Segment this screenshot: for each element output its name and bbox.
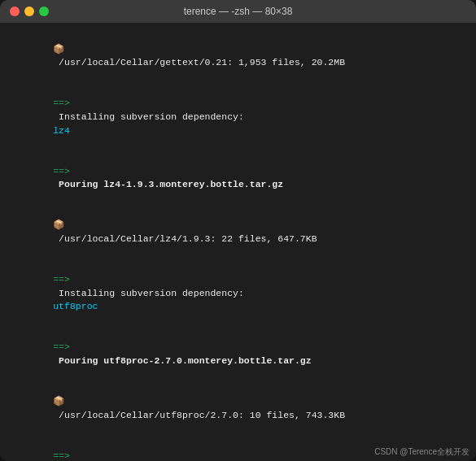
- arrow-icon: ==>: [53, 274, 70, 285]
- window-title: terence — -zsh — 80×38: [184, 6, 293, 17]
- minimize-button[interactable]: [24, 7, 34, 16]
- titlebar: terence — -zsh — 80×38: [0, 0, 476, 23]
- line-text: /usr/local/Cellar/gettext/0.21: 1,953 fi…: [53, 57, 345, 67]
- line-text: Installing subversion dependency:: [53, 111, 250, 122]
- line-text: /usr/local/Cellar/lz4/1.9.3: 22 files, 6…: [53, 233, 317, 244]
- traffic-lights: [10, 7, 49, 16]
- package-icon: 📦: [53, 220, 64, 230]
- terminal-line: ==> Installing subversion dependency: ut…: [8, 259, 468, 327]
- line-text: Pouring utf8proc-2.7.0.monterey.bottle.t…: [53, 355, 311, 366]
- arrow-icon: ==>: [53, 98, 70, 108]
- terminal-line: 📦 /usr/local/Cellar/gettext/0.21: 1,953 …: [8, 29, 468, 84]
- terminal-line: 📦 /usr/local/Cellar/utf8proc/2.7.0: 10 f…: [8, 381, 468, 436]
- close-button[interactable]: [10, 7, 20, 16]
- terminal-line: ==> Installing subversion dependency: lz…: [8, 84, 468, 151]
- line-text: Pouring lz4-1.9.3.monterey.bottle.tar.gz: [53, 179, 283, 189]
- terminal-line: ==> Pouring lz4-1.9.3.monterey.bottle.ta…: [8, 151, 468, 206]
- line-text: /usr/local/Cellar/utf8proc/2.7.0: 10 fil…: [53, 410, 345, 420]
- terminal-wrapper: 📦 /usr/local/Cellar/gettext/0.21: 1,953 …: [0, 23, 476, 461]
- watermark: CSDN @Terence全栈开发: [374, 446, 469, 458]
- terminal-window: terence — -zsh — 80×38 📦 /usr/local/Cell…: [0, 0, 476, 461]
- highlight-text: utf8proc: [53, 301, 98, 311]
- arrow-icon: ==>: [53, 450, 70, 461]
- arrow-icon: ==>: [53, 166, 70, 176]
- arrow-icon: ==>: [53, 341, 70, 352]
- terminal-line: ==> Pouring utf8proc-2.7.0.monterey.bott…: [8, 328, 468, 382]
- terminal-line: 📦 /usr/local/Cellar/lz4/1.9.3: 22 files,…: [8, 206, 468, 260]
- package-icon: 📦: [53, 396, 64, 407]
- package-icon: 📦: [53, 44, 64, 54]
- maximize-button[interactable]: [39, 7, 49, 16]
- line-text: Installing subversion dependency:: [53, 288, 250, 298]
- highlight-text: lz4: [53, 125, 70, 136]
- terminal-body[interactable]: 📦 /usr/local/Cellar/gettext/0.21: 1,953 …: [0, 23, 476, 461]
